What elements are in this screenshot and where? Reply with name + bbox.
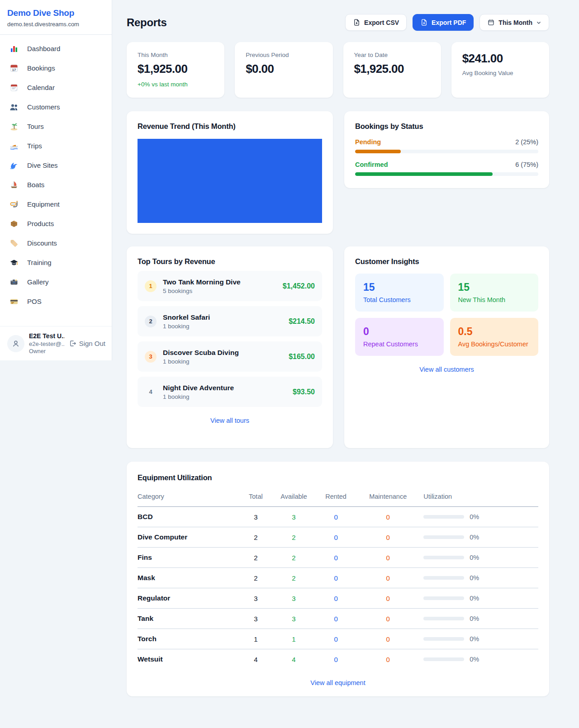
status-count: 6 (75%) xyxy=(515,161,538,168)
table-header-row: Category Total Available Rented Maintena… xyxy=(138,488,538,507)
utilization-bar xyxy=(423,617,464,620)
sign-out-button[interactable]: Sign Out xyxy=(69,340,105,347)
stat-card-avg-booking-value: $241.00 Avg Booking Value xyxy=(451,42,549,98)
stat-value: $1,925.00 xyxy=(138,62,214,76)
view-all-customers-link[interactable]: View all customers xyxy=(355,366,538,373)
tour-bookings: 1 booking xyxy=(163,393,234,400)
rank-badge: 1 xyxy=(145,280,157,292)
package-icon xyxy=(9,219,19,228)
cell-total: 3 xyxy=(238,507,274,527)
file-download-icon xyxy=(420,19,428,26)
sidebar-item-tours[interactable]: Tours xyxy=(0,117,112,136)
status-count: 2 (25%) xyxy=(515,138,538,146)
stat-card-year-to-date: Year to Date $1,925.00 xyxy=(343,42,441,98)
tour-bookings: 5 bookings xyxy=(163,288,241,294)
tile-label: Avg Bookings/Customer xyxy=(458,340,531,348)
tile-label: New This Month xyxy=(458,296,531,303)
tour-amount: $1,452.00 xyxy=(283,282,315,290)
sidebar-item-gallery[interactable]: Gallery xyxy=(0,272,112,292)
sidebar-item-boats[interactable]: Boats xyxy=(0,175,112,194)
bar-chart-icon xyxy=(9,44,19,53)
table-row: Tank 3 3 0 0 0% xyxy=(138,609,538,629)
cell-rented: 0 xyxy=(314,588,358,609)
cell-rented: 0 xyxy=(314,507,358,527)
period-dropdown[interactable]: This Month xyxy=(479,14,549,31)
stat-card-this-month: This Month $1,925.00 +0% vs last month xyxy=(127,42,224,98)
sidebar-item-label: Customers xyxy=(27,103,60,111)
sidebar-item-customers[interactable]: Customers xyxy=(0,97,112,117)
sidebar-item-label: Gallery xyxy=(27,278,49,286)
tour-bookings: 1 booking xyxy=(163,323,210,330)
cell-utilization: 0% xyxy=(470,595,479,602)
rank-badge: 3 xyxy=(145,351,157,363)
cell-utilization: 0% xyxy=(470,635,479,643)
sidebar-item-bookings[interactable]: 17 Bookings xyxy=(0,58,112,78)
table-row: Mask 2 2 0 0 0% xyxy=(138,568,538,588)
sidebar-item-discounts[interactable]: Discounts xyxy=(0,233,112,253)
cell-available: 2 xyxy=(274,527,314,548)
sidebar-item-calendar[interactable]: Calendar xyxy=(0,78,112,97)
sidebar-item-label: Boats xyxy=(27,181,44,189)
status-row-confirmed: Confirmed 6 (75%) xyxy=(355,161,538,176)
sidebar-item-label: Tours xyxy=(27,123,44,130)
user-name: E2E Test U... xyxy=(29,332,64,340)
tile-value: 15 xyxy=(363,281,436,293)
page-header: Reports Export CSV Export PDF This Month xyxy=(127,14,549,31)
table-row: Torch 1 1 0 0 0% xyxy=(138,629,538,649)
utilization-bar xyxy=(423,556,464,559)
sidebar-item-pos[interactable]: POS xyxy=(0,292,112,311)
cell-rented: 0 xyxy=(314,548,358,568)
cell-maintenance: 0 xyxy=(358,548,418,568)
tour-list-item: 3 Discover Scuba Diving 1 booking $165.0… xyxy=(138,341,322,372)
sidebar-item-label: Products xyxy=(27,220,54,227)
cell-utilization: 0% xyxy=(470,554,479,561)
cell-total: 2 xyxy=(238,548,274,568)
status-progress-track xyxy=(355,172,538,176)
cell-utilization: 0% xyxy=(470,513,479,520)
sidebar-item-label: Training xyxy=(27,259,52,266)
tour-amount: $93.50 xyxy=(293,388,315,396)
dive-mask-icon xyxy=(9,200,19,209)
sign-out-icon xyxy=(69,340,76,347)
sidebar-item-dive-sites[interactable]: Dive Sites xyxy=(0,156,112,175)
view-all-tours-link[interactable]: View all tours xyxy=(138,417,322,424)
sidebar-item-trips[interactable]: Trips xyxy=(0,136,112,156)
insight-tile-repeat-customers: 0 Repeat Customers xyxy=(355,318,444,356)
bookings-calendar-icon: 17 xyxy=(9,64,19,73)
user-email: e2e-tester@... xyxy=(29,340,64,347)
status-progress-fill xyxy=(355,172,493,176)
tour-list-item: 1 Two Tank Morning Dive 5 bookings $1,45… xyxy=(138,271,322,301)
cell-utilization: 0% xyxy=(470,534,479,541)
view-all-equipment-link[interactable]: View all equipment xyxy=(138,679,538,686)
cell-category: Regulator xyxy=(138,588,238,609)
bookings-by-status-card: Bookings by Status Pending 2 (25%) Confi… xyxy=(344,111,549,188)
cell-total: 1 xyxy=(238,629,274,649)
shop-name: Demo Dive Shop xyxy=(7,8,104,18)
brand-block: Demo Dive Shop demo.test.divestreams.com xyxy=(0,0,112,35)
customer-insights-title: Customer Insights xyxy=(355,257,538,266)
cell-utilization: 0% xyxy=(470,574,479,581)
export-pdf-button[interactable]: Export PDF xyxy=(413,14,474,31)
cell-available: 3 xyxy=(274,507,314,527)
column-header: Maintenance xyxy=(358,488,418,507)
sidebar-item-dashboard[interactable]: Dashboard xyxy=(0,39,112,58)
sidebar-item-products[interactable]: Products xyxy=(0,214,112,233)
customers-icon xyxy=(9,103,19,112)
top-tours-title: Top Tours by Revenue xyxy=(138,257,322,266)
cell-maintenance: 0 xyxy=(358,649,418,670)
credit-card-icon xyxy=(9,297,19,306)
revenue-trend-title: Revenue Trend (This Month) xyxy=(138,122,322,131)
table-row: Dive Computer 2 2 0 0 0% xyxy=(138,527,538,548)
export-csv-button[interactable]: Export CSV xyxy=(345,14,407,31)
sidebar-item-training[interactable]: Training xyxy=(0,253,112,272)
cell-rented: 0 xyxy=(314,568,358,588)
cell-utilization: 0% xyxy=(470,656,479,663)
sidebar-item-equipment[interactable]: Equipment xyxy=(0,194,112,214)
speedboat-icon xyxy=(9,142,19,151)
user-role: Owner xyxy=(29,348,64,355)
column-header: Utilization xyxy=(418,488,538,507)
tile-value: 0 xyxy=(363,326,436,338)
sidebar: Demo Dive Shop demo.test.divestreams.com… xyxy=(0,0,112,360)
cell-category: Tank xyxy=(138,609,238,629)
equipment-utilization-title: Equipment Utilization xyxy=(138,473,538,482)
